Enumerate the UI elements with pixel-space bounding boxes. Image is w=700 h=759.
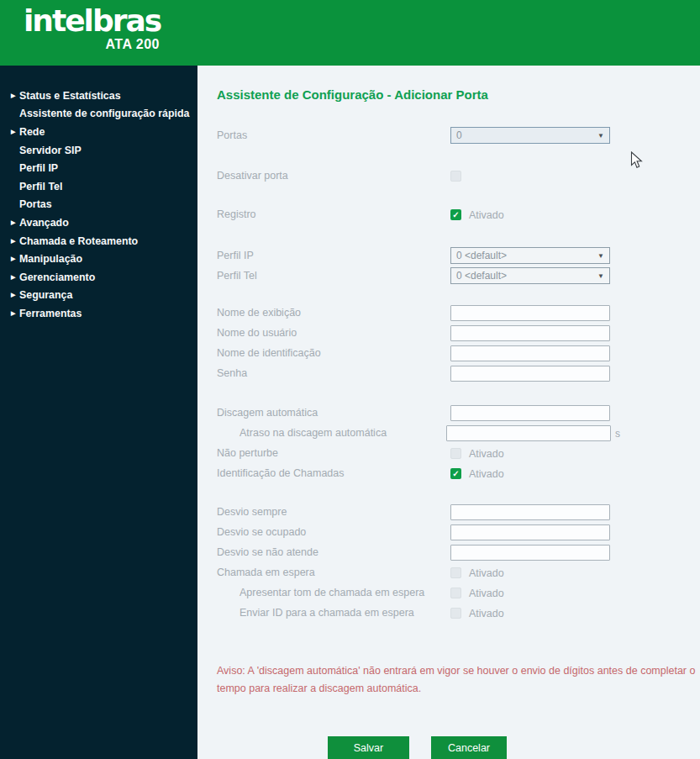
device-model: ATA 200	[24, 37, 160, 52]
seconds-suffix: s	[615, 428, 620, 440]
desativar-porta-checkbox[interactable]	[450, 171, 461, 182]
atraso-discagem-input[interactable]	[446, 425, 611, 441]
desvio-nao-atende-input[interactable]	[450, 545, 610, 561]
identificacao-chamadas-checkbox-label: Ativado	[469, 468, 504, 480]
sidebar-item-avancado[interactable]: ▶Avançado	[0, 213, 197, 232]
tom-chamada-espera-checkbox-label: Ativado	[469, 588, 504, 599]
portas-label: Portas	[217, 129, 450, 142]
nao-perturbe-checkbox[interactable]	[450, 448, 461, 459]
sidebar-item-status-e-estatisticas[interactable]: ▶Status e Estatísticas	[0, 87, 197, 105]
sidebar-item-perfil-tel[interactable]: Perfil Tel	[0, 177, 197, 196]
nao-perturbe-label: Não perturbe	[217, 447, 450, 460]
sidebar-item-label: Portas	[19, 198, 52, 210]
perfil-tel-label: Perfil Tel	[217, 270, 450, 282]
expand-arrow-icon: ▶	[11, 292, 19, 298]
expand-arrow-icon: ▶	[11, 310, 19, 317]
enviar-id-espera-label: Enviar ID para a chamada em espera	[217, 607, 450, 619]
form-actions: Salvar Cancelar	[328, 736, 700, 759]
desvio-ocupado-input[interactable]	[450, 524, 610, 540]
nome-exibicao-input[interactable]	[450, 305, 610, 321]
discagem-automatica-label: Discagem automática	[217, 407, 450, 419]
perfil-ip-select[interactable]: 0 <default> ▼	[450, 247, 610, 264]
nome-identificacao-label: Nome de identificação	[217, 347, 450, 360]
discagem-automatica-input[interactable]	[450, 405, 610, 421]
sidebar-item-label: Servidor SIP	[19, 145, 82, 156]
sidebar-item-seguranca[interactable]: ▶Segurança	[0, 287, 197, 305]
sidebar-item-label: Perfil Tel	[19, 181, 62, 192]
nome-usuario-label: Nome do usuário	[217, 327, 450, 340]
desvio-nao-atende-label: Desvio se não atende	[217, 546, 450, 559]
sidebar-item-gerenciamento[interactable]: ▶Gerenciamento	[0, 268, 197, 287]
perfil-tel-select-value: 0 <default>	[456, 270, 507, 282]
sidebar-item-perfil-ip[interactable]: Perfil IP	[0, 159, 197, 177]
nao-perturbe-checkbox-label: Ativado	[469, 448, 504, 460]
app-header: intelbras ATA 200	[0, 0, 700, 66]
perfil-ip-label: Perfil IP	[217, 250, 450, 262]
sidebar-item-label: Segurança	[19, 289, 72, 301]
brand-block: intelbras ATA 200	[24, 3, 160, 52]
sidebar-item-ferramentas[interactable]: ▶Ferramentas	[0, 304, 197, 323]
tom-chamada-espera-checkbox[interactable]	[450, 588, 461, 598]
desativar-porta-label: Desativar porta	[217, 170, 450, 182]
sidebar-item-chamada-e-roteamento[interactable]: ▶Chamada e Roteamento	[0, 232, 197, 250]
sidebar-item-label: Gerenciamento	[19, 271, 95, 283]
save-button[interactable]: Salvar	[328, 736, 409, 759]
senha-input[interactable]	[450, 366, 610, 382]
sidebar-nav: ▶Status e Estatísticas Assistente de con…	[0, 66, 197, 759]
expand-arrow-icon: ▶	[11, 129, 19, 135]
nome-exibicao-label: Nome de exibição	[217, 307, 450, 319]
nome-identificacao-input[interactable]	[450, 345, 610, 361]
chamada-espera-checkbox-label: Ativado	[469, 567, 504, 579]
nome-usuario-input[interactable]	[450, 325, 610, 341]
registro-label: Registro	[217, 208, 450, 221]
expand-arrow-icon: ▶	[11, 274, 19, 281]
sidebar-item-rede[interactable]: ▶Rede	[0, 123, 197, 141]
sidebar-item-label: Assistente de configuração rápida	[19, 108, 189, 119]
sidebar-item-label: Avançado	[19, 217, 69, 229]
dropdown-arrow-icon: ▼	[597, 132, 604, 140]
dropdown-arrow-icon: ▼	[597, 252, 604, 260]
chamada-espera-label: Chamada em espera	[217, 567, 450, 579]
sidebar-item-label: Perfil IP	[19, 162, 58, 174]
registro-checkbox-label: Ativado	[469, 209, 504, 221]
cancel-button[interactable]: Cancelar	[431, 736, 507, 759]
main-content: Assistente de Configuração - Adicionar P…	[197, 66, 700, 759]
perfil-ip-select-value: 0 <default>	[456, 250, 507, 261]
page-title: Assistente de Configuração - Adicionar P…	[217, 88, 700, 102]
atraso-discagem-label: Atraso na discagem automática	[217, 427, 450, 440]
sidebar-item-label: Rede	[19, 126, 45, 138]
sidebar-item-label: Manipulação	[19, 253, 82, 265]
sidebar-item-assistente-configuracao-rapida[interactable]: Assistente de configuração rápida	[0, 105, 197, 124]
portas-select-value: 0	[456, 129, 462, 141]
sidebar-item-label: Status e Estatísticas	[19, 90, 121, 102]
expand-arrow-icon: ▶	[11, 219, 19, 226]
portas-select[interactable]: 0 ▼	[450, 127, 610, 144]
identificacao-chamadas-label: Identificação de Chamadas	[217, 467, 450, 480]
expand-arrow-icon: ▶	[11, 238, 19, 245]
senha-label: Senha	[217, 367, 450, 380]
dropdown-arrow-icon: ▼	[597, 272, 604, 280]
desvio-ocupado-label: Desvio se ocupado	[217, 526, 450, 539]
intelbras-logo: intelbras	[24, 3, 160, 39]
enviar-id-espera-checkbox[interactable]	[450, 608, 461, 619]
registro-checkbox[interactable]: ✓	[450, 209, 461, 220]
expand-arrow-icon: ▶	[11, 92, 19, 99]
perfil-tel-select[interactable]: 0 <default> ▼	[450, 267, 610, 284]
tom-chamada-espera-label: Apresentar tom de chamada em espera	[217, 587, 450, 599]
expand-arrow-icon: ▶	[11, 256, 19, 262]
sidebar-item-portas[interactable]: Portas	[0, 196, 197, 214]
identificacao-chamadas-checkbox[interactable]: ✓	[450, 468, 461, 479]
enviar-id-espera-checkbox-label: Ativado	[469, 608, 504, 619]
sidebar-item-label: Ferramentas	[19, 308, 82, 319]
desvio-sempre-label: Desvio sempre	[217, 506, 450, 519]
chamada-espera-checkbox[interactable]	[450, 567, 461, 578]
sidebar-item-manipulacao[interactable]: ▶Manipulação	[0, 250, 197, 268]
sidebar-item-label: Chamada e Roteamento	[19, 235, 138, 247]
warning-text: Aviso: A 'discagem automática' não entra…	[217, 662, 696, 698]
desvio-sempre-input[interactable]	[450, 504, 610, 520]
sidebar-item-servidor-sip[interactable]: Servidor SIP	[0, 141, 197, 160]
